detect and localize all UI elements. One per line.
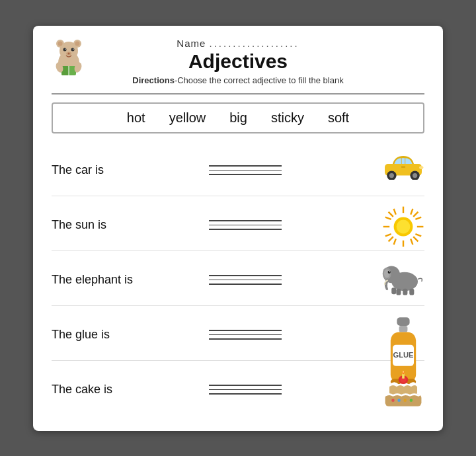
- svg-point-8: [65, 48, 66, 50]
- blank-line: [209, 174, 282, 175]
- blank-line: [209, 220, 282, 221]
- exercises-section: The car is: [52, 145, 424, 415]
- svg-point-5: [75, 41, 80, 46]
- svg-line-34: [411, 208, 413, 214]
- blank-line: [209, 280, 282, 281]
- word-big: big: [229, 110, 247, 126]
- word-yellow: yellow: [169, 110, 206, 126]
- blank-line: [209, 334, 282, 336]
- svg-point-6: [63, 48, 67, 51]
- blank-line: [209, 165, 282, 167]
- blank-line: [209, 170, 282, 171]
- svg-point-69: [403, 371, 404, 373]
- car-image: [382, 151, 424, 190]
- cake-image: [382, 370, 424, 410]
- svg-line-32: [389, 237, 393, 241]
- blank-line: [209, 389, 282, 391]
- svg-line-31: [413, 211, 418, 216]
- sentence-elephant: The elephant is: [52, 273, 197, 287]
- svg-line-36: [385, 234, 391, 236]
- elephant-image: [382, 260, 424, 300]
- word-bank: hot yellow big sticky soft: [52, 102, 424, 133]
- exercise-row-sun: The sun is: [52, 200, 424, 251]
- svg-point-9: [73, 48, 74, 50]
- svg-rect-24: [401, 167, 405, 168]
- svg-point-52: [389, 271, 390, 272]
- svg-text:GLUE: GLUE: [393, 351, 414, 359]
- svg-line-39: [394, 239, 396, 245]
- svg-point-11: [68, 52, 70, 54]
- directions-text: Directions-Choose the correct adjective …: [52, 75, 424, 85]
- blank-lines-sun: [209, 220, 282, 230]
- svg-line-40: [411, 239, 413, 245]
- svg-point-51: [388, 270, 391, 273]
- worksheet-title: Adjectives: [52, 50, 424, 73]
- svg-point-7: [71, 48, 75, 51]
- blank-line: [209, 393, 282, 395]
- svg-rect-18: [402, 158, 405, 164]
- svg-point-46: [384, 269, 390, 278]
- svg-rect-54: [399, 326, 408, 332]
- blank-lines-elephant: [209, 275, 282, 285]
- name-dots: ...................: [210, 38, 299, 49]
- blank-line: [209, 229, 282, 230]
- svg-point-66: [410, 399, 413, 402]
- svg-point-3: [58, 41, 63, 46]
- svg-rect-59: [385, 394, 422, 406]
- blank-lines-glue: [209, 330, 282, 340]
- svg-rect-50: [391, 287, 396, 294]
- blank-line: [209, 275, 282, 276]
- word-soft: soft: [328, 110, 349, 126]
- header-divider: [52, 93, 424, 95]
- blank-line: [209, 385, 282, 386]
- glue-image: GLUE: [382, 315, 424, 355]
- svg-rect-47: [396, 288, 401, 295]
- worksheet: Name ................... Adjectives Dire…: [33, 26, 443, 431]
- bear-icon: [52, 38, 86, 82]
- sentence-sun: The sun is: [52, 218, 197, 232]
- svg-point-22: [413, 173, 417, 178]
- sentence-cake: The cake is: [52, 383, 197, 397]
- exercise-row-cake: The cake is: [52, 365, 424, 415]
- svg-rect-48: [403, 288, 407, 295]
- svg-point-65: [403, 399, 407, 402]
- svg-line-29: [389, 211, 393, 216]
- svg-rect-53: [397, 317, 409, 326]
- svg-point-63: [391, 399, 395, 402]
- blank-line: [209, 338, 282, 340]
- name-line: Name ...................: [52, 38, 424, 49]
- svg-point-64: [397, 399, 401, 402]
- blank-line: [209, 330, 282, 331]
- svg-line-37: [415, 217, 421, 219]
- blank-lines-cake: [209, 385, 282, 395]
- blank-line: [209, 225, 282, 226]
- sun-image: [382, 206, 424, 245]
- svg-point-20: [389, 173, 394, 178]
- svg-point-42: [397, 219, 411, 233]
- svg-point-23: [419, 166, 423, 169]
- exercise-row-car: The car is: [52, 145, 424, 196]
- word-sticky: sticky: [271, 110, 304, 126]
- blank-line: [209, 284, 282, 285]
- worksheet-header: Name ................... Adjectives Dire…: [52, 38, 424, 85]
- word-hot: hot: [127, 110, 145, 126]
- sentence-car: The car is: [52, 163, 197, 177]
- blank-lines-car: [209, 165, 282, 175]
- exercise-row-elephant: The elephant is: [52, 255, 424, 306]
- svg-line-38: [415, 234, 421, 236]
- svg-line-35: [385, 217, 391, 219]
- svg-rect-49: [409, 288, 414, 295]
- svg-line-30: [413, 237, 418, 241]
- sentence-glue: The glue is: [52, 328, 197, 342]
- exercise-row-glue: The glue is GLUE: [52, 310, 424, 361]
- svg-line-33: [394, 208, 396, 214]
